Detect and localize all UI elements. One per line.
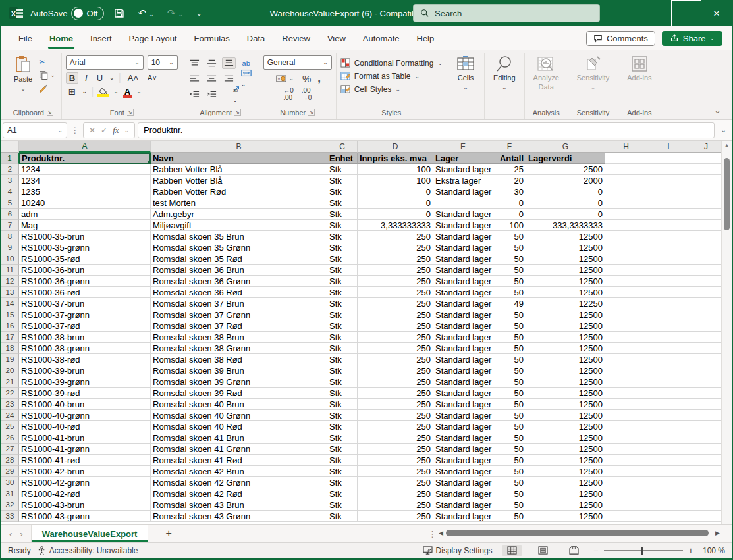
clipboard-dialog-launcher[interactable]: ↘ (47, 109, 53, 116)
cell[interactable]: Romsdal skoen 43 Grønn (151, 511, 327, 522)
row-header-7[interactable]: 7 (1, 220, 19, 231)
cell[interactable] (647, 309, 690, 320)
cell[interactable]: 50 (493, 265, 526, 276)
row-header-9[interactable]: 9 (1, 242, 19, 253)
cell[interactable]: 50 (493, 388, 526, 399)
cell[interactable]: Stk (327, 354, 358, 365)
cell[interactable] (690, 455, 722, 466)
increase-indent-button[interactable] (207, 91, 217, 99)
cell[interactable] (605, 197, 647, 209)
cell[interactable]: Standard lager (433, 399, 493, 410)
cell[interactable]: 1235 (19, 186, 151, 197)
row-header-33[interactable]: 33 (1, 511, 19, 522)
row-header-6[interactable]: 6 (1, 209, 19, 220)
cell[interactable]: Stk (327, 511, 358, 522)
cell[interactable]: Standard lager (433, 365, 493, 376)
cell[interactable] (605, 421, 647, 432)
cell[interactable] (605, 343, 647, 354)
cell[interactable]: Romsdal skoen 37 Rød (151, 320, 327, 332)
cell[interactable] (690, 231, 722, 242)
cell[interactable]: 250 (358, 421, 433, 432)
cell[interactable] (605, 410, 647, 421)
cell[interactable] (690, 421, 722, 432)
cell[interactable]: Stk (327, 466, 358, 477)
cell[interactable]: 50 (493, 287, 526, 298)
cell[interactable]: test Morten (151, 197, 327, 209)
page-layout-view-button[interactable] (533, 545, 553, 556)
cell[interactable] (690, 410, 722, 421)
cell[interactable] (647, 488, 690, 499)
cell[interactable]: 250 (358, 309, 433, 320)
expand-formula-bar-icon[interactable]: ⌄ (717, 126, 730, 134)
bold-button[interactable]: B (66, 72, 78, 84)
cell[interactable] (647, 376, 690, 388)
cell[interactable] (647, 410, 690, 421)
cell[interactable]: Stk (327, 365, 358, 376)
cell[interactable]: Standard lager (433, 488, 493, 499)
cell[interactable]: Romsdal skoen 39 Grønn (151, 376, 327, 388)
cell[interactable] (605, 477, 647, 488)
cell[interactable]: 1234 (19, 175, 151, 186)
decrease-font-button[interactable]: A˅ (145, 74, 159, 82)
cell[interactable]: 12500 (526, 309, 605, 320)
cell[interactable]: 50 (493, 354, 526, 365)
cell[interactable]: 100 (358, 164, 433, 175)
cell[interactable]: 10240 (19, 197, 151, 209)
cell[interactable]: Stk (327, 332, 358, 343)
cell[interactable]: 250 (358, 376, 433, 388)
cell[interactable]: 50 (493, 477, 526, 488)
cell[interactable]: 250 (358, 410, 433, 421)
cell[interactable]: 50 (493, 309, 526, 320)
cell[interactable]: Romsdal skoen 35 Brun (151, 231, 327, 242)
search-input[interactable]: Search (413, 4, 600, 22)
cell[interactable]: Stk (327, 175, 358, 186)
cell[interactable]: Antall (493, 153, 526, 164)
cells-button[interactable]: Cells⌄ (451, 53, 480, 93)
cell[interactable]: 12500 (526, 242, 605, 253)
select-all-corner[interactable] (1, 141, 19, 153)
cell[interactable]: Stk (327, 399, 358, 410)
cell[interactable] (605, 253, 647, 265)
cell[interactable] (690, 309, 722, 320)
cell[interactable] (605, 209, 647, 220)
tab-formulas[interactable]: Formulas (186, 30, 238, 47)
cell[interactable] (605, 354, 647, 365)
cell[interactable] (690, 320, 722, 332)
cell[interactable]: Stk (327, 164, 358, 175)
align-top-button[interactable] (190, 59, 200, 67)
row-header-15[interactable]: 15 (1, 309, 19, 320)
cell[interactable]: 12500 (526, 265, 605, 276)
comments-button[interactable]: Comments (586, 31, 655, 46)
row-header-10[interactable]: 10 (1, 253, 19, 265)
tab-review[interactable]: Review (274, 30, 318, 47)
tab-home[interactable]: Home (41, 30, 81, 47)
align-center-button[interactable] (207, 75, 217, 83)
cell[interactable]: 250 (358, 276, 433, 287)
selected-cell-A1[interactable]: Produktnr. (19, 153, 151, 164)
row-header-32[interactable]: 32 (1, 499, 19, 511)
cell[interactable]: Standard lager (433, 477, 493, 488)
cell[interactable] (433, 197, 493, 209)
cell[interactable] (647, 209, 690, 220)
tab-page-layout[interactable]: Page Layout (121, 30, 185, 47)
cell[interactable]: Stk (327, 298, 358, 309)
column-header-I[interactable]: I (647, 141, 690, 153)
cell[interactable] (690, 511, 722, 522)
cell[interactable]: 0 (358, 209, 433, 220)
cell[interactable]: 250 (358, 320, 433, 332)
vertical-scrollbar[interactable]: ▲ (721, 141, 732, 524)
cell[interactable]: RS1000-41-rød (19, 455, 151, 466)
cell[interactable]: RS1000-35-brun (19, 231, 151, 242)
cell[interactable]: Romsdal skoen 42 Rød (151, 488, 327, 499)
increase-decimal-button[interactable]: ←0.00 (283, 87, 294, 101)
maximize-button[interactable] (671, 0, 701, 26)
cell[interactable] (690, 354, 722, 365)
cell[interactable]: 0 (358, 197, 433, 209)
autosave-toggle[interactable]: AutoSave Off (30, 7, 104, 20)
cell[interactable] (647, 399, 690, 410)
cell[interactable]: Standard lager (433, 309, 493, 320)
underline-button[interactable]: U (94, 73, 105, 83)
cell[interactable]: Romsdal skoen 35 Rød (151, 253, 327, 265)
cell[interactable]: 100 (493, 220, 526, 231)
cell[interactable] (647, 432, 690, 444)
